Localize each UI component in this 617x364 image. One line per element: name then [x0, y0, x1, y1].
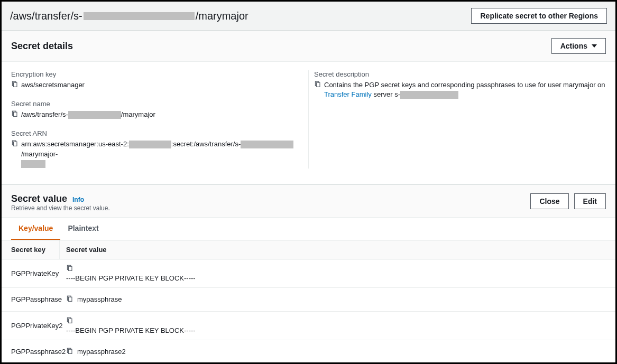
redacted-suffix: [21, 160, 45, 168]
tab-key-value[interactable]: Key/value: [11, 218, 60, 240]
secret-name-value: /aws/transfer/s-/marymajor: [21, 110, 155, 119]
breadcrumb: /aws/transfer/s- /marymajor: [10, 10, 248, 22]
redacted-server-id: [84, 12, 195, 20]
secret-details-title: Secret details: [11, 41, 73, 52]
secret-description-label: Secret description: [314, 70, 606, 78]
value-text: ----BEGIN PGP PRIVATE KEY BLOCK-----: [66, 274, 196, 282]
cell-secret-key: PGPPassphrase: [2, 288, 60, 311]
value-text: ----BEGIN PGP PRIVATE KEY BLOCK-----: [66, 326, 196, 334]
secret-description-value: Contains the PGP secret keys and corresp…: [324, 80, 606, 99]
secret-arn-field: Secret ARN arn:aws:secretsmanager:us-eas…: [11, 129, 303, 169]
cell-secret-key: PGPPassphrase2: [2, 340, 60, 363]
breadcrumb-prefix: /aws/transfer/s-: [10, 10, 82, 22]
table-row: PGPPassphrase2mypassphrase2: [2, 340, 615, 364]
secret-value-header-right: Close Edit: [530, 193, 606, 209]
redacted-server-id: [241, 141, 293, 148]
secret-details-body: Encryption key aws/secretsmanager Secret…: [2, 62, 615, 184]
copy-icon[interactable]: [11, 81, 18, 90]
actions-label: Actions: [560, 42, 587, 50]
redacted-server-id: [400, 91, 458, 99]
tab-plaintext[interactable]: Plaintext: [60, 218, 106, 240]
tabs: Key/value Plaintext: [2, 218, 615, 240]
column-divider: [308, 70, 309, 169]
copy-icon[interactable]: [66, 348, 73, 356]
copy-icon[interactable]: [11, 110, 18, 120]
edit-button[interactable]: Edit: [574, 193, 606, 209]
cell-secret-value: mypassphrase: [60, 288, 615, 311]
cell-secret-value: ----BEGIN PGP PRIVATE KEY BLOCK-----: [60, 259, 615, 287]
redacted-account-id: [129, 141, 171, 148]
value-text: mypassphrase2: [77, 348, 126, 356]
encryption-key-label: Encryption key: [11, 70, 303, 78]
page-frame: /aws/transfer/s- /marymajor Replicate se…: [0, 0, 617, 364]
column-secret-value: Secret value: [60, 240, 615, 259]
column-secret-key: Secret key: [2, 240, 60, 259]
breadcrumb-suffix: /marymajor: [196, 10, 248, 22]
details-left-column: Encryption key aws/secretsmanager Secret…: [11, 70, 303, 169]
svg-marker-2: [592, 44, 597, 48]
table-body: PGPPrivateKey----BEGIN PGP PRIVATE KEY B…: [2, 259, 615, 364]
actions-button[interactable]: Actions: [551, 38, 606, 54]
secret-description-field: Secret description Contains the PGP secr…: [314, 70, 606, 99]
table-row: PGPPrivateKey2----BEGIN PGP PRIVATE KEY …: [2, 312, 615, 340]
details-right-column: Secret description Contains the PGP secr…: [314, 70, 606, 169]
table-header: Secret key Secret value: [2, 240, 615, 259]
copy-icon[interactable]: [314, 81, 321, 90]
value-text: mypassphrase: [77, 295, 122, 303]
transfer-family-link[interactable]: Transfer Family: [324, 90, 372, 98]
secret-arn-label: Secret ARN: [11, 129, 303, 137]
copy-icon[interactable]: [66, 265, 73, 273]
secret-name-field: Secret name /aws/transfer/s-/marymajor: [11, 100, 303, 120]
copy-icon[interactable]: [66, 295, 73, 304]
secret-value-title: Secret value: [11, 193, 67, 204]
secret-value-header-left: Secret value Info Retrieve and view the …: [11, 193, 110, 212]
secret-details-header: Secret details Actions: [2, 31, 615, 62]
secret-value-subtext: Retrieve and view the secret value.: [11, 204, 110, 212]
cell-secret-value: mypassphrase2: [60, 340, 615, 363]
close-button[interactable]: Close: [530, 193, 568, 209]
table-row: PGPPassphrasemypassphrase: [2, 288, 615, 312]
cell-secret-key: PGPPrivateKey2: [2, 312, 60, 340]
secret-arn-value: arn:aws:secretsmanager:us-east-2::secret…: [21, 139, 303, 169]
table-row: PGPPrivateKey----BEGIN PGP PRIVATE KEY B…: [2, 259, 615, 288]
info-link[interactable]: Info: [72, 196, 84, 203]
copy-icon[interactable]: [66, 317, 73, 325]
secret-value-header: Secret value Info Retrieve and view the …: [2, 184, 615, 218]
replicate-button[interactable]: Replicate secret to other Regions: [471, 8, 607, 24]
cell-secret-key: PGPPrivateKey: [2, 259, 60, 287]
encryption-key-value: aws/secretsmanager: [21, 80, 85, 90]
caret-down-icon: [592, 44, 597, 48]
copy-icon[interactable]: [11, 140, 18, 150]
secret-name-label: Secret name: [11, 100, 303, 108]
encryption-key-field: Encryption key aws/secretsmanager: [11, 70, 303, 90]
cell-secret-value: ----BEGIN PGP PRIVATE KEY BLOCK-----: [60, 312, 615, 340]
secret-details-section: Secret details Actions Encryption key aw…: [2, 30, 615, 184]
page-header: /aws/transfer/s- /marymajor Replicate se…: [2, 2, 615, 30]
redacted-server-id: [68, 111, 121, 119]
